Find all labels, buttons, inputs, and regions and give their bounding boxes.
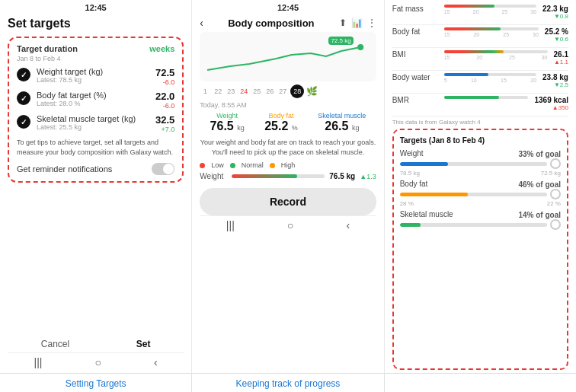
panel-body-composition: 12:45 ‹ Body composition ⬆ 📊 ⋮ 72.5 kg	[192, 0, 384, 373]
body-water-row: Body water 5 10 15 20 23.8 kg ▼2.5	[392, 73, 568, 88]
bmr-label: BMR	[392, 96, 438, 104]
t-weight-label: Weight	[400, 149, 424, 158]
weight-metric: Weight 76.5 kg	[210, 112, 245, 133]
t-bodyfat-circle	[550, 189, 561, 199]
body-water-bar-fill	[444, 73, 488, 76]
share-icon[interactable]: ⬆	[339, 18, 347, 28]
date-25[interactable]: 25	[251, 88, 262, 95]
date-1: 1	[200, 88, 210, 95]
body-water-label: Body water	[392, 73, 438, 81]
cancel-button[interactable]: Cancel	[41, 339, 69, 349]
target-duration-value: weeks	[149, 44, 174, 53]
weight-bar-row: Weight 76.5 kg ▲1.3	[200, 172, 376, 180]
t-bodyfat-bar-row	[400, 189, 561, 199]
weight-bar-label: Weight	[200, 172, 227, 180]
body-fat-change: ▼0.6	[545, 36, 568, 43]
caption-2: Keeping track of progress	[192, 374, 384, 392]
weight-metric-label: Weight	[210, 112, 245, 120]
nav-bar-2: ||| ○ ‹	[200, 215, 376, 233]
weight-bar-track	[232, 174, 325, 178]
weight-target-item: ✓ Weight target (kg) Latest: 78.5 kg 72.…	[17, 67, 174, 86]
t-skeletal-label: Skeletal muscle	[400, 210, 453, 218]
panel-set-targets: 12:45 Set targets Target duration weeks …	[0, 0, 192, 373]
body-fat-value: 25.2 %	[545, 27, 568, 36]
record-button[interactable]: Record	[200, 188, 376, 215]
more-icon[interactable]: ⋮	[367, 18, 376, 28]
bmr-change: ▲350	[534, 104, 568, 111]
date-row: 1 22 23 24 25 26 27 28 🌿	[200, 84, 376, 98]
skeletal-target-header: Skeletal muscle 14% of goal	[400, 210, 561, 219]
svg-point-0	[358, 44, 364, 50]
weight-target-latest: Latest: 78.5 kg	[37, 76, 155, 84]
bmi-bar: 15 20 25 30	[444, 50, 548, 60]
weight-metric-unit: kg	[237, 124, 245, 132]
body-fat-row: Body fat 15 20 25 30 25.2 % ▼0.6	[392, 27, 568, 43]
set-button[interactable]: Set	[136, 339, 151, 349]
bmi-value: 26.1	[554, 50, 568, 59]
date-23[interactable]: 23	[226, 88, 236, 95]
caption-3	[385, 374, 576, 392]
skeletal-metric: Skeletal muscle 26.5 kg	[318, 112, 366, 133]
status-bar-1: 12:45	[0, 0, 191, 14]
metrics-row: Weight 76.5 kg Body fat 25.2 % Skeletal …	[200, 112, 376, 133]
back-button[interactable]: ‹	[200, 17, 203, 29]
bodyfat-target-header: Body fat 46% of goal	[400, 180, 561, 189]
date-27[interactable]: 27	[277, 88, 288, 95]
target-tip: To get tips to achieve target, set all t…	[17, 138, 174, 157]
weight-check-icon: ✓	[17, 68, 30, 81]
legend-normal-label: Normal	[242, 161, 264, 169]
chart-icon[interactable]: 📊	[351, 18, 363, 28]
body-water-value: 23.8 kg	[542, 73, 568, 81]
set-targets-title: Set targets	[8, 17, 184, 30]
t-bodyfat-sub-labels: 28 % 22 %	[400, 200, 561, 207]
fat-mass-value: 22.3 kg	[542, 5, 568, 13]
skeletal-target-diff: +7.0	[155, 126, 174, 133]
reminder-toggle[interactable]	[152, 163, 174, 175]
captions-row: Setting Targets Keeping track of progres…	[0, 373, 576, 392]
weight-bar-diff: ▲1.3	[360, 173, 376, 180]
bodyfat-metric: Body fat 25.2 %	[264, 112, 298, 133]
date-22[interactable]: 22	[213, 88, 223, 95]
fat-mass-label: Fat mass	[392, 5, 438, 13]
bmr-value: 1369 kcal	[534, 96, 568, 104]
skeletal-target-label: Skeletal muscle target (kg)	[37, 114, 155, 123]
reminder-label: Get reminder notifications	[17, 164, 112, 174]
fat-mass-bar-fill	[444, 5, 495, 8]
bmi-change: ▲1.1	[554, 59, 568, 65]
t-weight-bar-row	[400, 158, 561, 169]
t-bodyfat-bar-fill	[400, 193, 468, 196]
nav-home-icon-2[interactable]: ○	[287, 219, 293, 231]
panel-stats: Fat mass 15 20 25 30 22.3 kg ▼0.8	[385, 0, 576, 373]
bodyfat-target-diff: -6.0	[155, 102, 174, 110]
legend-high-dot	[270, 163, 275, 168]
date-24[interactable]: 24	[238, 88, 249, 95]
today-label: Today, 8:55 AM	[200, 101, 376, 109]
legend-low-dot	[200, 163, 205, 168]
skeletal-check-icon: ✓	[17, 115, 30, 129]
nav-back-icon-2[interactable]: ‹	[346, 219, 350, 231]
weight-target-value: 72.5	[155, 67, 174, 78]
skeletal-target-latest: Latest: 25.5 kg	[37, 123, 155, 131]
date-26[interactable]: 26	[264, 88, 275, 95]
chart-badge: 72.5 kg	[328, 37, 353, 45]
targets-dashed-box-3: Targets (Jan 8 to Feb 4) Weight 33% of g…	[392, 129, 568, 370]
progress-note: Your weight and body fat are on track to…	[200, 138, 376, 157]
date-28[interactable]: 28	[290, 84, 304, 98]
composition-title: Body composition	[228, 18, 314, 29]
target-duration-sub: Jan 8 to Feb 4	[17, 55, 174, 62]
weight-target-label: Weight target (kg)	[37, 67, 155, 76]
caption-1: Setting Targets	[0, 374, 192, 392]
status-bar-2: 12:45	[192, 0, 383, 14]
bmr-bar	[444, 96, 529, 100]
weight-target-header: Weight 33% of goal	[400, 149, 561, 158]
nav-menu-icon-2[interactable]: |||	[226, 219, 235, 231]
bodyfat-metric-label: Body fat	[264, 112, 298, 120]
body-fat-bar: 15 20 25 30	[444, 27, 539, 37]
bodyfat-check-icon: ✓	[17, 91, 30, 105]
skeletal-target-value: 32.5	[155, 114, 174, 126]
nav-back-icon[interactable]: ‹	[154, 356, 158, 368]
bmr-row: BMR 1369 kcal ▲350	[392, 96, 568, 111]
bmi-label: BMI	[392, 50, 438, 59]
nav-home-icon[interactable]: ○	[95, 356, 101, 368]
nav-menu-icon[interactable]: |||	[34, 356, 43, 368]
